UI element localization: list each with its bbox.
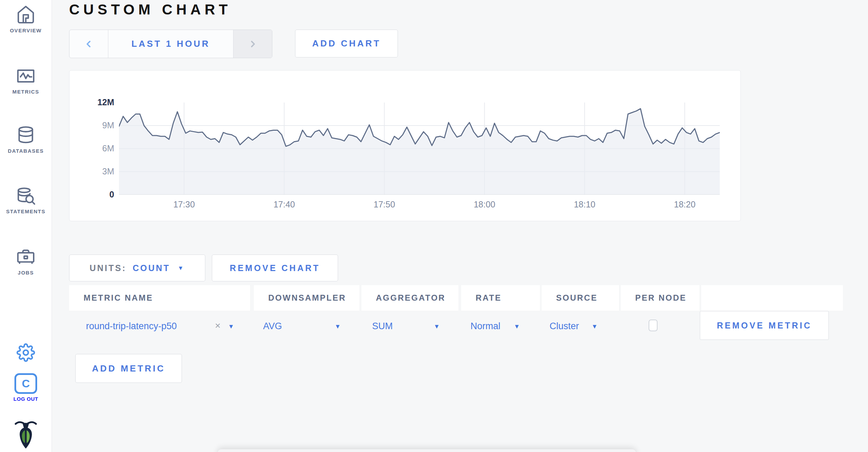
aggregator-select[interactable]: SUM — [372, 321, 393, 332]
y-axis-tick: 0 — [73, 190, 119, 200]
sidebar: OVERVIEW METRICS DATABASES STATEMENTS JO… — [0, 0, 52, 452]
briefcase-icon — [16, 247, 36, 267]
database-icon — [16, 125, 36, 145]
remove-metric-button[interactable]: REMOVE METRIC — [700, 311, 829, 340]
time-range-prev-button[interactable] — [69, 30, 108, 58]
next-card-shadow — [218, 449, 636, 452]
statements-icon — [16, 186, 36, 206]
sidebar-item-label: OVERVIEW — [0, 28, 52, 33]
sidebar-item-jobs[interactable]: JOBS — [0, 247, 52, 276]
gear-icon — [17, 343, 35, 362]
x-axis-tick: 18:10 — [564, 200, 605, 209]
chevron-down-icon: ▼ — [178, 265, 185, 271]
y-axis-tick: 12M — [73, 97, 119, 107]
sidebar-item-label: DATABASES — [0, 148, 52, 154]
y-axis-tick: 3M — [73, 166, 119, 176]
sidebar-settings[interactable] — [0, 343, 52, 363]
units-value: COUNT — [133, 263, 170, 273]
sidebar-item-statements[interactable]: STATEMENTS — [0, 186, 52, 214]
sidebar-item-label: JOBS — [0, 270, 52, 276]
column-header-aggregator: AGGREGATOR — [361, 285, 458, 311]
sidebar-logout[interactable]: C LOG OUT — [0, 373, 52, 402]
chevron-down-icon[interactable]: ▼ — [514, 323, 520, 330]
time-range-next-button[interactable] — [233, 30, 272, 58]
downsampler-select[interactable]: AVG — [263, 321, 282, 332]
x-axis-tick: 18:20 — [664, 200, 705, 209]
x-axis-tick: 17:30 — [163, 200, 205, 209]
sidebar-item-overview[interactable]: OVERVIEW — [0, 5, 52, 33]
chevron-down-icon[interactable]: ▼ — [228, 323, 234, 330]
chevron-down-icon[interactable]: ▼ — [434, 323, 440, 330]
cockroach-c-logo: C — [14, 373, 37, 394]
sidebar-item-metrics[interactable]: METRICS — [0, 66, 52, 95]
logout-label: LOG OUT — [0, 396, 52, 402]
time-range-label[interactable]: LAST 1 HOUR — [108, 30, 233, 58]
metric-row: round-trip-latency-p50 × ▼ AVG ▼ SUM ▼ N… — [69, 311, 843, 342]
sidebar-item-databases[interactable]: DATABASES — [0, 125, 52, 154]
sidebar-item-label: STATEMENTS — [0, 208, 52, 214]
chevron-down-icon[interactable]: ▼ — [592, 323, 598, 330]
chevron-right-icon — [248, 40, 257, 49]
home-icon — [16, 5, 36, 25]
x-axis-tick: 17:50 — [364, 200, 405, 209]
column-header-rate: RATE — [461, 285, 540, 311]
chevron-down-icon[interactable]: ▼ — [335, 323, 341, 330]
column-header-actions — [701, 285, 843, 311]
column-header-downsampler: DOWNSAMPLER — [254, 285, 359, 311]
area-chart — [119, 103, 720, 195]
add-chart-button[interactable]: ADD CHART — [295, 30, 398, 57]
column-header-metric-name: METRIC NAME — [69, 285, 250, 311]
metrics-icon — [16, 66, 36, 86]
remove-chart-button[interactable]: REMOVE CHART — [212, 255, 338, 281]
y-axis-tick: 9M — [73, 120, 119, 130]
chart-card: 12M9M6M3M0 17:3017:4017:5018:0018:1018:2… — [69, 70, 741, 221]
per-node-checkbox[interactable] — [649, 320, 658, 331]
x-axis-tick: 17:40 — [263, 200, 305, 209]
chart-plot-area[interactable] — [119, 103, 720, 195]
time-range-selector: LAST 1 HOUR — [69, 30, 272, 58]
metric-name-select[interactable]: round-trip-latency-p50 — [86, 321, 177, 332]
units-label: UNITS: — [89, 263, 126, 273]
x-axis-tick: 18:00 — [464, 200, 505, 209]
sidebar-brand — [0, 420, 52, 451]
cockroach-bug-logo — [13, 420, 39, 449]
page-title: CUSTOM CHART — [69, 1, 231, 18]
chevron-left-icon — [84, 40, 93, 49]
add-metric-button[interactable]: ADD METRIC — [75, 354, 182, 383]
units-dropdown[interactable]: UNITS: COUNT ▼ — [69, 255, 205, 281]
rate-select[interactable]: Normal — [470, 321, 500, 332]
y-axis-tick: 6M — [73, 143, 119, 153]
column-header-source: SOURCE — [542, 285, 619, 311]
custom-chart-page: { "page_title": "CUSTOM CHART", "sidebar… — [0, 0, 868, 452]
column-header-per-node: PER NODE — [621, 285, 699, 311]
clear-metric-icon[interactable]: × — [215, 320, 220, 331]
main-content: CUSTOM CHART LAST 1 HOUR ADD CHART 12M9M… — [52, 0, 868, 452]
source-select[interactable]: Cluster — [550, 321, 579, 332]
sidebar-item-label: METRICS — [0, 89, 52, 95]
